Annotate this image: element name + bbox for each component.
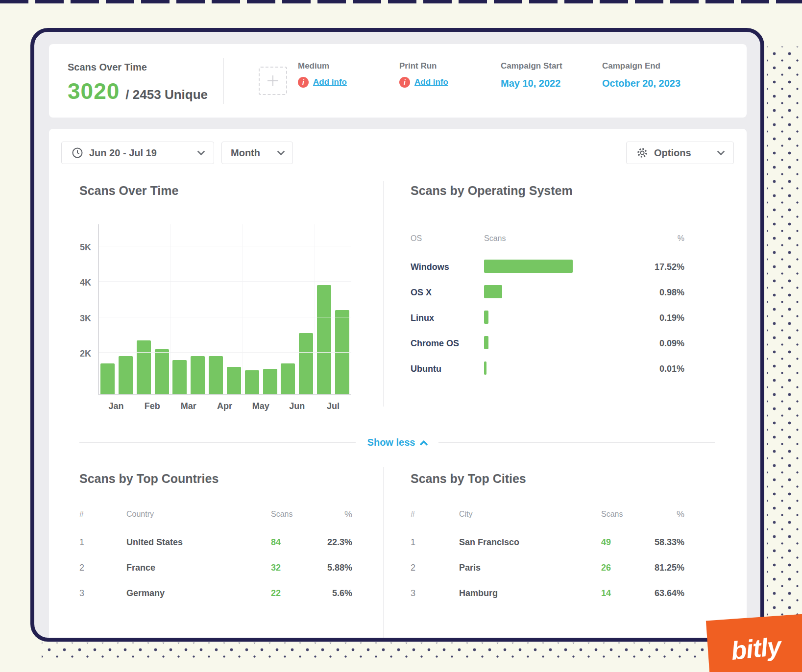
show-less-row: Show less xyxy=(79,435,715,449)
os-table: OS Scans % Windows17.52%OS X0.98%Linux0.… xyxy=(411,229,684,382)
x-axis-tick-label: Mar xyxy=(170,401,207,411)
field-campaign-end: Campaign End October 20, 2023 xyxy=(602,61,704,89)
os-name: OS X xyxy=(411,288,484,298)
rank: 1 xyxy=(79,537,126,548)
bar xyxy=(172,360,187,394)
section-divider xyxy=(383,467,384,642)
os-pct: 0.19% xyxy=(631,313,684,323)
rank: 3 xyxy=(79,588,126,599)
gear-icon xyxy=(636,147,648,159)
pct: 5.6% xyxy=(300,588,352,599)
countries-section-title: Scans by Top Countries xyxy=(79,472,219,486)
interval-dropdown[interactable]: Month xyxy=(221,142,293,164)
os-pct: 0.98% xyxy=(631,288,684,298)
rank: 2 xyxy=(79,563,126,573)
gridline xyxy=(99,281,351,282)
scans-col-header: Scans xyxy=(601,510,631,519)
rank-col-header: # xyxy=(411,510,459,519)
scans: 22 xyxy=(271,588,300,599)
os-scan-bar xyxy=(484,311,488,324)
field-medium: Medium i Add info xyxy=(298,61,399,89)
os-pct: 0.01% xyxy=(631,364,684,374)
scans: 32 xyxy=(271,563,300,573)
table-row: 1San Francisco4958.33% xyxy=(411,529,684,555)
os-table-row: Windows17.52% xyxy=(411,254,684,280)
scans-bar-chart: 2K3K4K5K xyxy=(98,224,351,395)
clock-icon xyxy=(72,147,83,159)
show-less-button[interactable]: Show less xyxy=(367,437,427,448)
countries-table-header: # Country Scans % xyxy=(79,506,352,523)
chart-section-title: Scans Over Time xyxy=(79,184,178,198)
gridline xyxy=(99,246,351,246)
os-col-header: OS xyxy=(411,234,484,243)
os-name: Linux xyxy=(411,313,484,323)
gridline xyxy=(99,317,351,317)
dot-pattern-bottom xyxy=(42,643,772,659)
pct: 22.3% xyxy=(300,537,352,548)
pct: 63.64% xyxy=(631,588,684,599)
info-icon: i xyxy=(399,77,410,88)
countries-table: # Country Scans % 1United States8422.3%2… xyxy=(79,506,352,606)
scans-summary: Scans Over Time 3020 / 2453 Unique xyxy=(68,62,208,104)
table-row: 1United States8422.3% xyxy=(79,529,352,555)
top-dashed-border xyxy=(0,0,802,3)
country-col-header: Country xyxy=(126,510,271,519)
chevron-down-icon xyxy=(717,148,725,156)
os-name: Chrome OS xyxy=(411,338,484,349)
os-table-row: Linux0.19% xyxy=(411,305,684,331)
dot-pattern-right xyxy=(767,47,802,672)
options-dropdown[interactable]: Options xyxy=(626,142,734,164)
rank: 1 xyxy=(411,537,459,548)
os-name: Windows xyxy=(411,262,484,272)
bar xyxy=(137,340,151,394)
medium-label: Medium xyxy=(298,61,399,71)
y-axis-tick-label: 2K xyxy=(80,349,91,359)
pct-col-header: % xyxy=(631,234,684,243)
print-run-add-info-link[interactable]: Add info xyxy=(414,77,448,87)
chevron-up-icon xyxy=(420,440,428,449)
bar-group xyxy=(99,224,135,394)
scans-summary-card: Scans Over Time 3020 / 2453 Unique Mediu… xyxy=(49,44,747,118)
bar xyxy=(245,370,259,394)
x-axis-tick-label: Apr xyxy=(207,401,243,411)
os-table-row: OS X0.98% xyxy=(411,280,684,305)
bar xyxy=(155,349,169,394)
table-row: 3Hamburg1463.64% xyxy=(411,580,684,606)
analytics-card: Jun 20 - Jul 19 Month Options Scans Over… xyxy=(49,129,747,642)
bar xyxy=(263,369,277,394)
bitly-logo: bitly xyxy=(706,614,802,672)
rank: 3 xyxy=(411,588,459,599)
rank: 2 xyxy=(411,563,459,573)
os-table-header: OS Scans % xyxy=(411,229,684,248)
qr-code-placeholder-icon[interactable] xyxy=(259,67,287,95)
scans-over-time-label: Scans Over Time xyxy=(68,62,208,73)
chevron-down-icon xyxy=(277,148,285,156)
name: United States xyxy=(126,537,271,548)
rank-col-header: # xyxy=(79,510,126,519)
os-name: Ubuntu xyxy=(411,364,484,374)
campaign-start-date: May 10, 2022 xyxy=(501,78,602,89)
bar xyxy=(299,333,313,394)
bitly-logo-text: bitly xyxy=(729,630,789,666)
chart-x-axis: JanFebMarAprMayJunJul xyxy=(98,401,351,411)
cities-table: # City Scans % 1San Francisco4958.33%2Pa… xyxy=(411,506,684,606)
scans: 26 xyxy=(601,563,631,573)
unique-scans-value: / 2453 Unique xyxy=(125,87,208,102)
bar xyxy=(191,356,205,394)
x-axis-tick-label: Feb xyxy=(134,401,170,411)
date-range-value: Jun 20 - Jul 19 xyxy=(89,147,157,159)
os-table-row: Ubuntu0.01% xyxy=(411,356,684,382)
table-row: 3Germany225.6% xyxy=(79,580,352,606)
section-divider xyxy=(383,181,384,407)
x-axis-tick-label: Jun xyxy=(279,401,315,411)
scans-col-header: Scans xyxy=(484,234,631,243)
x-axis-tick-label: May xyxy=(243,401,279,411)
os-table-row: Chrome OS0.09% xyxy=(411,331,684,356)
scans-col-header: Scans xyxy=(271,510,300,519)
name: France xyxy=(126,563,271,573)
bar xyxy=(281,363,295,394)
bar xyxy=(317,285,331,394)
medium-add-info-link[interactable]: Add info xyxy=(313,77,347,87)
date-range-dropdown[interactable]: Jun 20 - Jul 19 xyxy=(61,142,214,164)
bar xyxy=(209,356,223,394)
